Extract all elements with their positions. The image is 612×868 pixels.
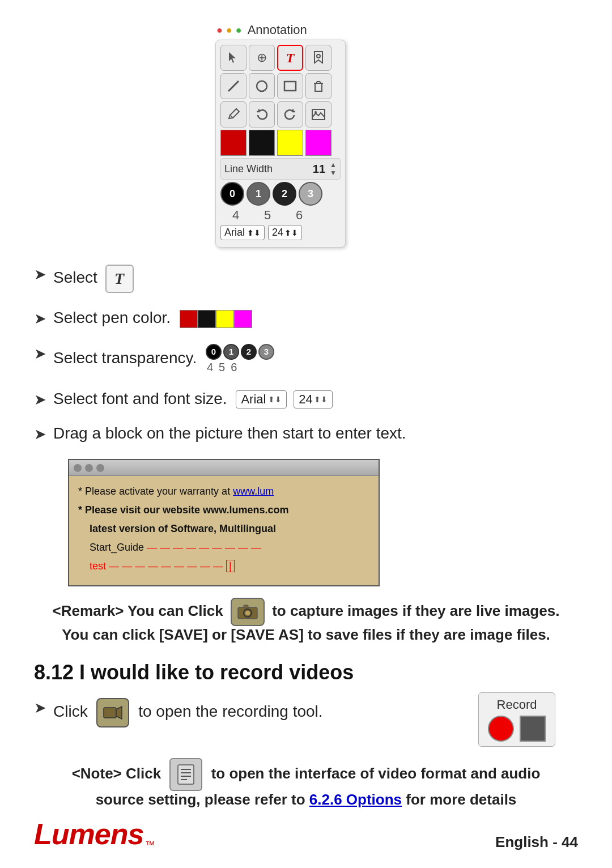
color-red[interactable] [220,130,246,156]
font-select[interactable]: Arial ⬆⬇ [220,225,265,240]
t-icon: T [105,265,134,293]
trash-tool[interactable] [305,73,332,99]
record-label: Record [488,697,546,712]
trans-6[interactable]: 6 [287,208,311,223]
trans-2[interactable]: 2 [273,182,296,206]
trans-4[interactable]: 4 [224,208,248,223]
line-width-row: Line Width 11 ▲▼ [220,158,341,180]
redo-tool[interactable] [277,101,303,127]
circle-tool[interactable] [249,73,275,99]
toolbar-row-1: ⊕ T [220,45,341,71]
section-number: 8.12 [34,661,74,684]
svg-line-2 [228,81,239,91]
toolbar-row-2 [220,73,341,99]
footer-page-number: 44 [562,833,578,850]
test-text: test [90,560,106,572]
bullet-drag-text: Drag a block on the picture then start t… [53,424,578,442]
section-8-12-content: Record ➤ Click [34,698,578,747]
inline-swatch-black [198,310,216,328]
screenshot-line-1: * Please activate your warranty at www.l… [78,484,369,499]
section-title: I would like to record videos [79,661,354,684]
inline-font-size[interactable]: 24 ⬆⬇ [294,390,332,409]
bullet-click-text: Click to open the recording tool. [53,698,478,727]
bullet-select-text: Select T [53,265,578,293]
cursor-tool[interactable] [220,45,246,71]
image-tool[interactable] [305,101,332,127]
bullet-font: ➤ Select font and font size. Arial ⬆⬇ 24… [34,390,578,409]
lumens-logo-text: Lumens [34,817,143,851]
bookmark-tool[interactable] [305,45,332,71]
inline-trans-6-label: 6 [231,361,237,374]
bullet-transparency-text: Select transparency. 0 1 2 3 4 5 6 [53,344,578,374]
screenshot-line-2: * Please visit our website www.lumens.co… [78,503,369,518]
inline-trans-0: 0 [206,344,222,360]
record-stop-button[interactable] [520,716,546,742]
screenshot-area: * Please activate your warranty at www.l… [68,459,380,586]
trans-1[interactable]: 1 [246,182,270,206]
inline-trans-3: 3 [258,344,274,360]
line-width-value: 11 [313,163,325,176]
inline-transparency: 0 1 2 3 4 5 6 [206,344,274,374]
note-section: <Note> Click to open the interface of vi… [51,758,561,809]
text-tool[interactable]: T [277,45,303,71]
record-buttons [488,716,546,742]
footer: Lumens ™ English - 44 [34,817,578,851]
trans-5[interactable]: 5 [256,208,279,223]
remark-section: <Remark> You can Click to capture images… [51,598,561,644]
svg-point-1 [317,54,320,58]
svg-rect-16 [244,605,248,608]
svg-line-10 [230,115,233,118]
color-yellow[interactable] [277,130,303,156]
bullet-pen-color: ➤ Select pen color. [34,309,578,328]
font-size-box[interactable]: 24 ⬆⬇ [268,225,302,240]
footer-page: English - 44 [495,833,578,851]
bullet-select: ➤ Select T [34,265,578,293]
lumens-logo: Lumens ™ [34,817,155,851]
rect-tool[interactable] [277,73,303,99]
note-text-before: <Note> Click [72,765,162,782]
note-link[interactable]: 6.2.6 Options [309,791,402,808]
note-icon [169,758,202,791]
remark-text-before: <Remark> You can Click [53,602,223,619]
svg-point-15 [245,611,250,615]
bullet-arrow-2: ➤ [34,310,46,327]
inline-color-swatches [180,310,252,328]
bullet-arrow-6: ➤ [34,699,46,717]
recording-tool-icon [96,698,129,727]
svg-text:⊕: ⊕ [257,50,267,65]
slash-tool[interactable] [220,73,246,99]
bullet-click: ➤ Click to open the recording tool. [34,698,478,727]
pencil-tool[interactable] [220,101,246,127]
content-section: ➤ Select T ➤ Select pen color. ➤ [34,265,578,809]
record-panel: Record [478,692,555,747]
svg-rect-19 [178,765,194,784]
screenshot-line-3: latest version of Software, Multilingual [78,521,369,537]
record-start-button[interactable] [488,716,514,742]
color-black[interactable] [249,130,275,156]
trans-3[interactable]: 3 [299,182,322,206]
transparency-row-top: 0 1 2 3 [220,182,341,206]
color-magenta[interactable] [305,130,332,156]
inline-swatch-magenta [234,310,252,328]
top-bar-dot-3 [96,464,104,472]
inline-trans-4-label: 4 [207,361,213,374]
line-width-stepper[interactable]: ▲▼ [330,161,337,177]
inline-swatch-yellow [216,310,234,328]
bullet-arrow-1: ➤ [34,266,46,283]
screenshot-top-bar [69,460,379,476]
inline-trans-1: 1 [223,344,239,360]
undo-tool[interactable] [249,101,275,127]
svg-rect-5 [315,83,322,91]
trans-0[interactable]: 0 [220,182,244,206]
bullet-arrow-5: ➤ [34,426,46,443]
inline-font-select[interactable]: Arial ⬆⬇ [236,390,287,409]
annotation-panel: ● ● ● Annotation ⊕ T [215,23,408,248]
move-tool[interactable]: ⊕ [249,45,275,71]
section-heading: 8.12 I would like to record videos [34,661,578,684]
bullet-transparency: ➤ Select transparency. 0 1 2 3 4 5 6 [34,344,578,374]
note-text-after2: for more details [406,791,516,808]
bullet-arrow-3: ➤ [34,345,46,363]
transparency-row-bottom: 4 5 6 [220,208,341,223]
top-bar-dot-2 [85,464,93,472]
svg-point-12 [314,111,317,113]
